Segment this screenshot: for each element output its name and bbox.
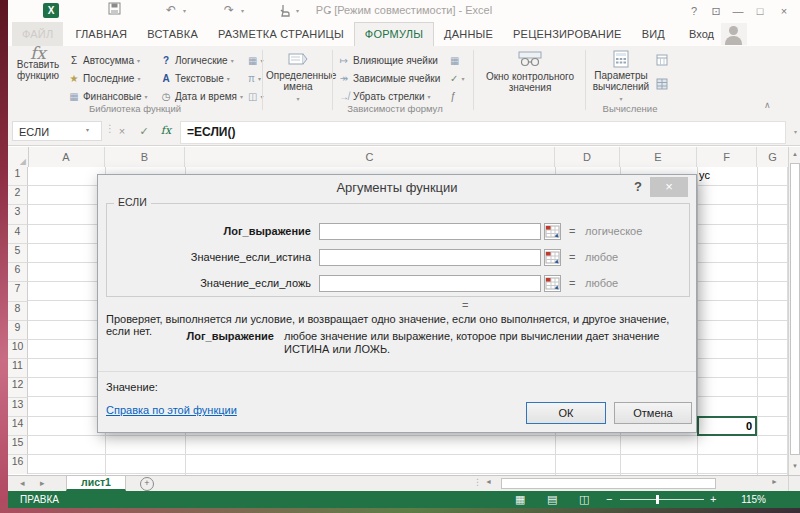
formula-input[interactable]: =ЕСЛИ() [180,121,786,144]
row-header-10[interactable]: 10 [8,340,28,359]
input-logical-test[interactable] [319,223,541,240]
column-header-e[interactable]: E [620,147,697,167]
select-all-corner[interactable]: ◢ [8,147,29,167]
sheet-next-icon[interactable]: ▸ [40,478,45,488]
view-page-layout-icon[interactable]: ▤ [547,493,557,506]
cell-f1[interactable]: ус [699,169,710,181]
math-functions-button[interactable]: π ▾ [248,70,261,86]
vertical-scrollbar-thumb[interactable] [790,163,800,455]
cancel-button[interactable]: Отмена [614,402,692,424]
collapse-ribbon-icon[interactable]: ∧ [764,100,771,110]
dialog-close-icon[interactable]: × [650,177,688,197]
splitter-dots-icon[interactable]: ⋮ [473,477,482,487]
calculation-options-button[interactable]: Параметры вычислений ▾ [590,48,652,105]
row-header-3[interactable]: 3 [8,205,28,225]
row-header-16[interactable]: 16 [8,455,28,474]
error-checking-button[interactable]: ✓ ▾ [450,70,464,86]
logical-functions-button[interactable]: ? Логические ▾ [160,52,234,68]
zoom-out-icon[interactable]: − [606,493,612,505]
range-picker-icon[interactable] [544,223,561,240]
group-separator [585,50,586,110]
active-cell[interactable]: 0 [697,416,757,436]
row-header-12[interactable]: 12 [8,378,28,398]
row-header-11[interactable]: 11 [8,359,28,378]
autosum-button[interactable]: Σ Автосумма ▾ [68,52,140,68]
column-header-d[interactable]: D [555,147,620,167]
row-header-5[interactable]: 5 [8,244,28,263]
recent-functions-icon: ★ [68,73,80,84]
row-header-14[interactable]: 14 [8,417,28,436]
row-header-13[interactable]: 13 [8,398,28,417]
maximize-icon[interactable]: □ [750,2,770,20]
row-header-15[interactable]: 15 [8,436,28,455]
watch-window-button[interactable]: Окно контрольного значения [478,48,582,93]
scroll-left-icon[interactable]: ◄ [485,478,492,485]
evaluate-formula-button[interactable]: ƒ [450,88,456,104]
tab-insert[interactable]: ВСТАВКА [137,22,208,46]
calculate-sheet-button[interactable] [656,78,668,90]
expand-formula-bar-icon[interactable]: ▾ [794,128,797,135]
column-header-g[interactable]: G [757,147,788,167]
column-header-c[interactable]: C [185,147,555,167]
tab-review[interactable]: РЕЦЕНЗИРОВАНИЕ [503,22,632,46]
add-sheet-icon[interactable]: + [140,477,154,491]
row-header-4[interactable]: 4 [8,225,28,244]
recent-functions-label: Последние [83,73,134,84]
view-normal-icon[interactable]: ▦ [515,493,525,506]
financial-functions-button[interactable]: ▦ Финансовые ▾ [68,88,148,104]
range-picker-icon[interactable] [544,249,561,266]
cancel-entry-icon[interactable]: × [112,122,132,140]
zoom-in-icon[interactable]: + [710,493,716,505]
tab-home[interactable]: ГЛАВНАЯ [65,22,137,46]
dialog-help-icon[interactable]: ? [634,179,642,194]
row-header-7[interactable]: 7 [8,282,28,302]
zoom-slider-track[interactable] [620,499,704,500]
text-functions-button[interactable]: A Текстовые ▾ [160,70,230,86]
input-value-if-true[interactable] [319,249,541,266]
name-box-dropdown-icon[interactable]: ▾ [86,126,89,133]
enter-entry-icon[interactable]: ✓ [134,122,154,140]
horizontal-scrollbar-thumb[interactable] [501,478,716,489]
column-header-a[interactable]: A [28,147,105,167]
show-formulas-button[interactable]: ▦ [450,52,459,68]
avatar-icon[interactable] [721,23,747,45]
close-icon[interactable]: × [774,2,794,20]
vertical-scrollbar[interactable]: ▲ ▼ [788,147,800,475]
calculate-now-button[interactable] [656,54,668,66]
tab-view[interactable]: ВИД [632,22,675,46]
function-help-link[interactable]: Справка по этой функции [106,404,237,416]
input-value-if-false[interactable] [319,275,541,292]
insert-function-fx-icon[interactable]: fx [156,122,176,140]
row-header-9[interactable]: 9 [8,321,28,340]
tab-formulas[interactable]: ФОРМУЛЫ [354,22,434,46]
help-icon[interactable]: ? [684,2,704,20]
row-header-8[interactable]: 8 [8,302,28,321]
recent-functions-button[interactable]: ★ Последние ▾ [68,70,140,86]
remove-arrows-button[interactable]: ↛ Убрать стрелки ▾ [338,88,431,104]
scroll-up-icon[interactable]: ▲ [789,147,800,161]
row-header-6[interactable]: 6 [8,263,28,282]
scroll-right-icon[interactable]: ► [771,478,778,485]
range-picker-icon[interactable] [544,275,561,292]
row-header-2[interactable]: 2 [8,186,28,205]
zoom-slider-thumb[interactable] [656,495,659,504]
sheet-prev-icon[interactable]: ◂ [20,478,25,488]
column-header-f[interactable]: F [697,147,757,167]
column-header-b[interactable]: B [105,147,185,167]
ribbon-options-icon[interactable]: ⊡ [706,2,726,20]
minimize-icon[interactable]: — [728,2,748,20]
trace-dependents-button[interactable]: ↠ Зависимые ячейки [338,70,440,86]
scroll-down-icon[interactable]: ▼ [789,459,800,473]
sign-in-link[interactable]: Вход [689,28,714,40]
tab-page-layout[interactable]: РАЗМЕТКА СТРАНИЦЫ [208,22,354,46]
trace-precedents-button[interactable]: ↦ Влияющие ячейки [338,52,438,68]
zoom-level[interactable]: 115% [741,494,766,505]
row-header-1[interactable]: 1 [8,167,28,186]
ok-button[interactable]: ОК [526,402,606,424]
insert-function-button[interactable]: fx Вставить функцию [12,48,64,81]
datetime-functions-button[interactable]: ◷ Дата и время ▾ [160,88,243,104]
defined-names-button[interactable]: Определенные имена ▾ [266,48,330,105]
view-page-break-icon[interactable]: ◫ [579,493,589,506]
tab-data[interactable]: ДАННЫЕ [434,22,503,46]
sheet-tab-list1[interactable]: лист1 [66,476,126,491]
